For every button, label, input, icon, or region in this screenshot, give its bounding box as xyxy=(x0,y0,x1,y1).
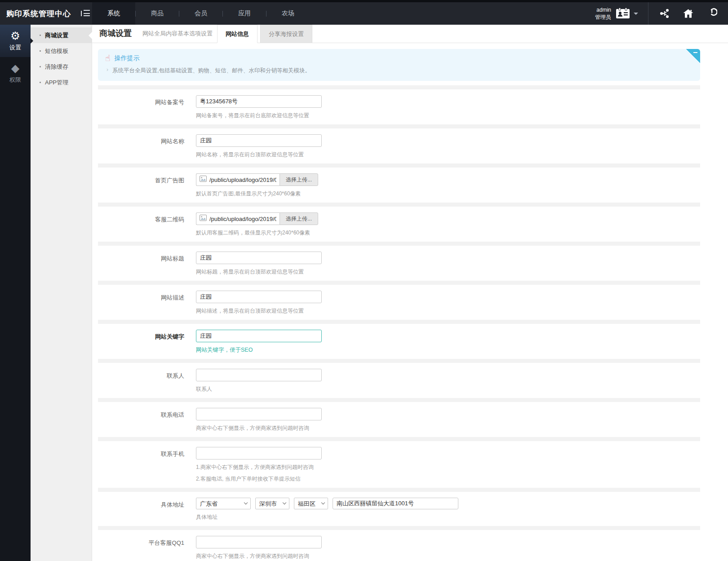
address-hint: 具体地址 xyxy=(196,513,458,521)
sidebar-label-clear-cache: 清除缓存 xyxy=(45,63,68,71)
service-qq1-hint: 商家中心右下侧显示，方便商家遇到问题时咨询 xyxy=(196,552,322,560)
site-keywords-input[interactable] xyxy=(196,330,322,342)
sidebar-item-sms-template[interactable]: 短信模板 xyxy=(31,43,92,59)
province-select-wrap: 广东省 xyxy=(196,498,251,509)
share-nodes-icon[interactable] xyxy=(659,8,670,19)
contact-person-hint: 联系人 xyxy=(196,385,322,393)
operation-notice: ☝ 操作提示 系统平台全局设置,包括基础设置、购物、短信、邮件、水印和分销等相关… xyxy=(98,49,700,81)
icp-number-control: 网站备案号，将显示在前台底部欢迎信息等位置 xyxy=(196,95,322,119)
contact-phone-label: 联系电话 xyxy=(98,408,184,432)
service-qrcode-upload-button[interactable]: 选择上传... xyxy=(280,212,318,225)
contact-mobile-input-wrap xyxy=(196,447,322,459)
service-qrcode-upload: /public/upload/logo/2019/0选择上传... xyxy=(196,212,318,225)
form-row-service-qrcode: 客服二维码/public/upload/logo/2019/0选择上传...默认… xyxy=(98,207,700,242)
menu-toggle-icon[interactable] xyxy=(81,10,90,17)
notice-title-row: ☝ 操作提示 xyxy=(105,54,693,62)
contact-person-label: 联系人 xyxy=(98,369,184,393)
nav-item-system[interactable]: 系统 xyxy=(92,2,135,25)
nav-item-member[interactable]: 会员 xyxy=(179,2,222,25)
row-divider xyxy=(98,398,700,402)
city-select[interactable]: 深圳市 xyxy=(255,498,289,509)
form-row-site-keywords: 网站关键字网站关键字，便于SEO xyxy=(98,324,700,359)
site-description-input[interactable] xyxy=(196,291,322,303)
site-title-control: 网站标题，将显示在前台顶部欢迎信息等位置 xyxy=(196,252,322,276)
site-name-hint: 网站名称，将显示在前台顶部欢迎信息等位置 xyxy=(196,151,322,159)
site-keywords-label: 网站关键字 xyxy=(98,330,184,354)
nav-item-goods[interactable]: 商品 xyxy=(136,2,179,25)
contact-mobile-input[interactable] xyxy=(196,447,322,459)
contact-mobile-hint: 1.商家中心右下侧显示，方便商家遇到问题时咨询 xyxy=(196,464,322,471)
address-label: 具体地址 xyxy=(98,498,184,521)
secondary-sidebar: 商城设置短信模板清除缓存APP管理 xyxy=(31,25,92,561)
image-icon xyxy=(200,176,207,184)
home-banner-path-field[interactable]: /public/upload/logo/2019/0 xyxy=(196,173,280,186)
site-title-input[interactable] xyxy=(196,252,322,264)
row-divider xyxy=(98,203,700,207)
app-root: 购印系统管理中心 系统商品会员应用农场 admin 管理员 xyxy=(0,0,728,561)
contact-phone-control: 商家中心右下侧显示，方便商家遇到问题时咨询 xyxy=(196,408,322,432)
service-qrcode-label: 客服二维码 xyxy=(98,212,184,237)
sidebar-item-app-manage[interactable]: APP管理 xyxy=(31,75,92,90)
tab-site-info[interactable]: 网站信息 xyxy=(217,25,257,43)
form-row-site-description: 网站描述网站描述，将显示在前台顶部欢迎信息等位置 xyxy=(98,285,700,320)
service-qrcode-path-text: /public/upload/logo/2019/0 xyxy=(209,216,276,222)
site-name-control: 网站名称，将显示在前台顶部欢迎信息等位置 xyxy=(196,134,322,159)
form-row-home-banner: 首页广告图/public/upload/logo/2019/0选择上传...默认… xyxy=(98,168,700,203)
rail-label-settings: 设置 xyxy=(9,44,21,52)
contact-person-input[interactable] xyxy=(196,369,322,381)
sidebar-item-mall-settings[interactable]: 商城设置 xyxy=(31,27,92,43)
image-icon xyxy=(200,215,207,223)
site-description-control: 网站描述，将显示在前台顶部欢迎信息等位置 xyxy=(196,291,322,315)
site-description-hint: 网站描述，将显示在前台顶部欢迎信息等位置 xyxy=(196,307,322,315)
icp-number-input[interactable] xyxy=(196,95,322,108)
notice-collapse-button[interactable] xyxy=(686,49,700,63)
contact-mobile-hint: 2.客服电话, 当用户下单时接收下单提示短信 xyxy=(196,475,322,483)
site-description-label: 网站描述 xyxy=(98,291,184,315)
contact-mobile-label: 联系手机 xyxy=(98,447,184,483)
site-name-input-wrap xyxy=(196,134,322,147)
sidebar-label-mall-settings: 商城设置 xyxy=(45,31,68,40)
service-qq1-input[interactable] xyxy=(196,536,322,548)
site-description-input-wrap xyxy=(196,291,322,303)
province-select[interactable]: 广东省 xyxy=(196,498,251,509)
home-banner-path-text: /public/upload/logo/2019/0 xyxy=(209,177,276,183)
rail-item-permissions[interactable]: ◆权限 xyxy=(0,57,31,89)
row-divider xyxy=(98,163,700,168)
contact-phone-input[interactable] xyxy=(196,408,322,420)
site-name-input[interactable] xyxy=(196,134,322,147)
form-row-address: 具体地址广东省深圳市福田区具体地址 xyxy=(98,492,700,526)
tabs: 网站全局内容基本选项设置网站信息分享海报设置 xyxy=(138,25,312,43)
service-qq1-label: 平台客服QQ1 xyxy=(98,536,184,560)
rail-item-settings[interactable]: ⚙设置 xyxy=(0,25,31,57)
top-nav: 系统商品会员应用农场 xyxy=(92,2,310,25)
district-select[interactable]: 福田区 xyxy=(294,498,328,509)
address-detail-input[interactable] xyxy=(333,498,458,509)
home-icon[interactable] xyxy=(683,8,694,19)
nav-item-application[interactable]: 应用 xyxy=(223,2,266,25)
home-banner-upload-button[interactable]: 选择上传... xyxy=(280,173,318,186)
form-row-contact-mobile: 联系手机1.商家中心右下侧显示，方便商家遇到问题时咨询2.客服电话, 当用户下单… xyxy=(98,441,700,488)
primary-sidebar: ⚙设置◆权限 xyxy=(0,25,31,561)
row-divider xyxy=(98,242,700,246)
page-title: 商城设置 xyxy=(99,28,132,43)
row-divider xyxy=(98,526,700,530)
body-row: ⚙设置◆权限 商城设置短信模板清除缓存APP管理 商城设置 网站全局内容基本选项… xyxy=(0,25,728,561)
sidebar-item-clear-cache[interactable]: 清除缓存 xyxy=(31,59,92,75)
user-caret-down-icon[interactable] xyxy=(634,13,638,15)
form-row-icp-number: 网站备案号网站备案号，将显示在前台底部欢迎信息等位置 xyxy=(98,89,700,124)
tab-global-options[interactable]: 网站全局内容基本选项设置 xyxy=(138,25,217,43)
service-qrcode-path-field[interactable]: /public/upload/logo/2019/0 xyxy=(196,212,280,225)
id-card-icon[interactable] xyxy=(616,8,630,19)
brand-area: 购印系统管理中心 xyxy=(0,2,92,25)
bullet-dot-icon xyxy=(40,66,41,67)
sidebar-label-sms-template: 短信模板 xyxy=(45,47,68,55)
user-role: 管理员 xyxy=(595,13,611,21)
site-title-input-wrap xyxy=(196,252,322,264)
nav-item-farm[interactable]: 农场 xyxy=(266,2,310,25)
contact-phone-hint: 商家中心右下侧显示，方便商家遇到问题时咨询 xyxy=(196,424,322,432)
power-icon[interactable] xyxy=(706,8,717,19)
address-controls: 广东省深圳市福田区 xyxy=(196,498,458,509)
tab-share-poster[interactable]: 分享海报设置 xyxy=(260,25,312,43)
sidebar-label-app-manage: APP管理 xyxy=(45,79,68,87)
top-bar: 购印系统管理中心 系统商品会员应用农场 admin 管理员 xyxy=(0,2,728,25)
